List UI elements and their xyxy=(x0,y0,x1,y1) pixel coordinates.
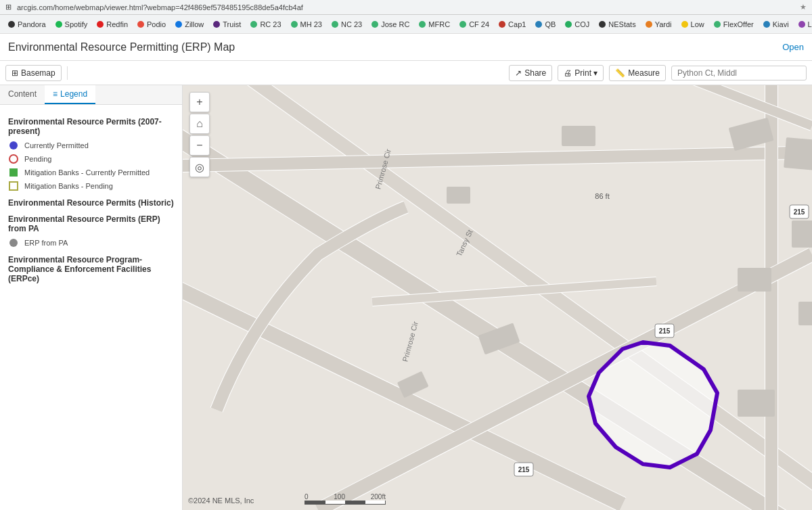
bookmark-label: Zillow xyxy=(185,20,204,28)
bookmark-truist[interactable]: Truist xyxy=(209,19,245,30)
scale-bar: 0 100 200ft xyxy=(304,493,386,505)
legend-group-title-4: Environmental Resource Program-Complianc… xyxy=(8,255,174,283)
basemap-label: Basemap xyxy=(21,68,55,78)
bookmark-kiavi[interactable]: Kiavi xyxy=(759,19,793,30)
bookmarks-bar: Pandora Spotify Redfin Podio Zillow Trui… xyxy=(0,15,812,34)
svg-rect-31 xyxy=(738,390,775,417)
print-icon: 🖨 xyxy=(564,68,572,78)
search-input[interactable] xyxy=(671,66,807,80)
tab-legend[interactable]: ≡ Legend xyxy=(45,85,95,104)
bookmark-mfrc[interactable]: MFRC xyxy=(415,19,454,30)
bookmark-dot xyxy=(250,21,257,28)
legend-item-currently-permitted: Currently Permitted xyxy=(8,140,174,151)
bookmark-label: MH 23 xyxy=(300,20,322,28)
open-button[interactable]: Open xyxy=(782,42,804,52)
bookmark-label: Jose RC xyxy=(381,20,409,28)
toolbar: ⊞ Basemap ↗ Share 🖨 Print ▾ 📏 Measure xyxy=(0,61,812,85)
bookmark-joserc[interactable]: Jose RC xyxy=(367,19,413,30)
svg-point-4 xyxy=(9,239,18,247)
svg-point-0 xyxy=(9,141,18,149)
legend-item-mitigation-pending: Mitigation Banks - Pending xyxy=(8,181,174,191)
print-button[interactable]: 🖨 Print ▾ xyxy=(558,65,604,81)
bookmark-label: Truist xyxy=(223,20,241,28)
bookmark-spotify[interactable]: Spotify xyxy=(51,19,92,30)
svg-rect-2 xyxy=(9,168,18,177)
scale-graphic xyxy=(304,501,386,505)
bookmark-nestats[interactable]: NEStats xyxy=(595,19,639,30)
bookmark-qb[interactable]: QB xyxy=(531,19,560,30)
bookmark-dot xyxy=(213,21,220,28)
browser-star[interactable]: ★ xyxy=(800,3,807,11)
toolbar-separator xyxy=(67,66,68,80)
scale-label-100: 100 xyxy=(334,493,345,501)
bookmark-dot xyxy=(599,21,606,28)
bookmark-dot xyxy=(55,21,62,28)
measure-button[interactable]: 📏 Measure xyxy=(609,65,666,81)
svg-rect-25 xyxy=(784,137,812,172)
bookmark-rc23[interactable]: RC 23 xyxy=(246,19,285,30)
scale-label-0: 0 xyxy=(304,493,309,501)
bookmark-label: Yardi xyxy=(655,20,672,28)
tab-content[interactable]: Content xyxy=(0,85,45,104)
bookmark-dot xyxy=(646,21,652,28)
bookmark-pandora[interactable]: Pandora xyxy=(4,19,50,30)
svg-text:215: 215 xyxy=(659,327,671,335)
bookmark-mh23[interactable]: MH 23 xyxy=(287,19,326,30)
bookmark-dot xyxy=(763,21,770,28)
bookmark-label: MFRC xyxy=(428,20,450,28)
map-area[interactable]: 215 215 215 215 21 21 86 ft 73 ft N Peri… xyxy=(183,85,812,510)
scale-label-200: 200ft xyxy=(371,493,386,501)
bookmark-cf24[interactable]: CF 24 xyxy=(455,19,493,30)
browser-icons: ⊞ xyxy=(5,3,12,11)
zoom-out-button[interactable]: − xyxy=(189,135,210,156)
bookmark-dot xyxy=(291,21,298,28)
svg-rect-28 xyxy=(738,268,771,292)
bookmark-redfin[interactable]: Redfin xyxy=(93,19,132,30)
bookmark-dot xyxy=(499,21,505,28)
zoom-in-button[interactable]: + xyxy=(189,92,210,112)
bookmark-coj[interactable]: COJ xyxy=(561,19,593,30)
home-button[interactable]: ⌂ xyxy=(189,114,210,134)
bookmark-podio[interactable]: Podio xyxy=(133,19,170,30)
bookmark-lima[interactable]: Lima xyxy=(794,19,812,30)
svg-rect-22 xyxy=(562,126,595,146)
bookmark-dot xyxy=(681,21,688,28)
sidebar-content: Environmental Resource Permits (2007-pre… xyxy=(0,105,182,293)
measure-label: Measure xyxy=(628,68,660,78)
locate-button[interactable]: ◎ xyxy=(189,157,210,177)
svg-rect-30 xyxy=(798,302,812,325)
share-button[interactable]: ↗ Share xyxy=(509,65,552,81)
bookmark-label: FlexOffer xyxy=(723,20,754,28)
bookmark-label: Kiavi xyxy=(773,20,789,28)
bookmark-yardi[interactable]: Yardi xyxy=(641,19,676,30)
measure-icon: 📏 xyxy=(615,68,625,78)
bookmark-dot xyxy=(8,21,15,28)
bookmark-label: Pandora xyxy=(18,20,46,28)
basemap-icon: ⊞ xyxy=(12,68,18,78)
legend-group-title-1: Environmental Resource Permits (2007-pre… xyxy=(8,117,174,136)
bookmark-nc23[interactable]: NC 23 xyxy=(328,19,366,30)
basemap-button[interactable]: ⊞ Basemap xyxy=(5,65,62,81)
scale-seg-4 xyxy=(365,501,386,504)
bookmark-low[interactable]: Low xyxy=(677,19,708,30)
scale-labels: 0 100 200ft xyxy=(304,493,386,501)
bookmark-zillow[interactable]: Zillow xyxy=(171,19,208,30)
scale-seg-2 xyxy=(325,501,346,504)
bookmark-flexoffer[interactable]: FlexOffer xyxy=(710,19,758,30)
bookmark-label: CF 24 xyxy=(469,20,489,28)
scale-seg-1 xyxy=(305,501,325,504)
legend-label: Pending xyxy=(24,155,51,163)
svg-rect-3 xyxy=(9,182,18,190)
bookmark-cap1[interactable]: Cap1 xyxy=(495,19,530,30)
app-title: Environmental Resource Permitting (ERP) … xyxy=(8,41,235,53)
svg-rect-23 xyxy=(447,187,470,204)
browser-url[interactable]: arcgis.com/home/webmap/viewer.html?webma… xyxy=(17,3,794,11)
bookmark-dot xyxy=(565,21,572,28)
legend-tab-label: Legend xyxy=(60,89,87,99)
bookmark-dot xyxy=(371,21,378,28)
bookmark-label: QB xyxy=(545,20,556,28)
bookmark-dot xyxy=(798,21,805,28)
svg-point-1 xyxy=(9,155,18,163)
legend-group-title-3: Environmental Resource Permits (ERP) fro… xyxy=(8,214,174,233)
app-header: Environmental Resource Permitting (ERP) … xyxy=(0,34,812,61)
